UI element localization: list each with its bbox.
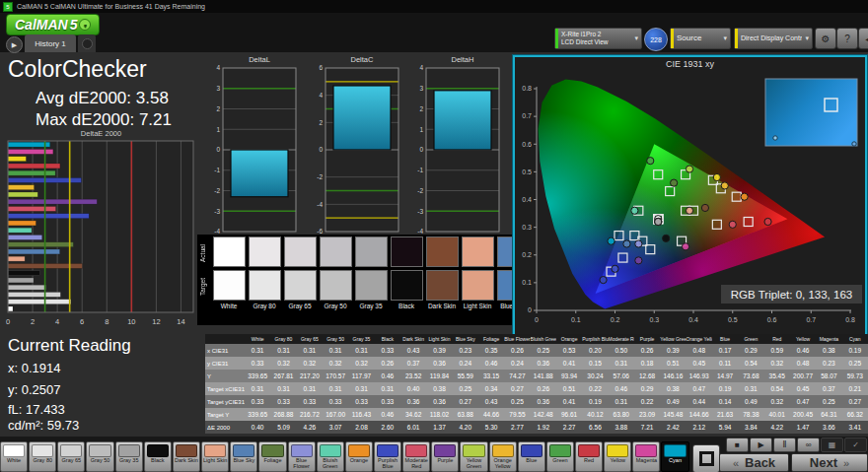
logo-menu-icon[interactable]: ▾ [79,19,91,31]
continuous-icon[interactable]: ∞ [797,438,820,452]
tab-stub-icon [82,38,93,49]
patch-button-gray-35[interactable]: Gray 35 [115,441,143,472]
patch-button-magenta[interactable]: Magenta [632,441,660,472]
display-control-dropdown[interactable]: Direct Display Control ▾ [734,28,813,49]
patch-button-dark-skin[interactable]: Dark Skin [173,441,200,472]
patch-button-bluish-green[interactable]: Bluish Green [317,441,344,472]
table-cell: 2.42 [660,421,686,434]
meter-dropdown[interactable]: X-Rite i1Pro 2LCD Direct View ▾ [554,28,642,49]
table-cell: 55.59 [453,370,478,382]
patch-button-blue-flower[interactable]: Blue Flower [288,441,316,472]
stop-icon[interactable]: ■ [726,438,749,452]
stop-button[interactable] [692,444,720,472]
measured-marker-blue [600,276,607,283]
patch-button-label: Moderate Red [403,457,429,471]
table-cell: 30.24 [582,370,608,382]
table-cell: 5.09 [270,421,296,434]
table-cell: 4.26 [297,421,323,434]
patch-button-black[interactable]: Black [144,441,172,472]
de-bar-gray-65 [8,292,60,297]
delta-c-chart[interactable]: DeltaC6420-2-4-6 [306,54,402,237]
table-cell: 0.51 [556,382,582,395]
play-icon[interactable]: ▶ [750,438,772,452]
measured-marker-foliage [671,179,678,186]
patch-button-moderate-red[interactable]: Moderate Red [402,441,430,472]
chart-icon[interactable]: ▦ [821,438,843,452]
table-cell: 0.46 [478,357,504,370]
patch-color-chip [463,444,484,457]
meter-label: X-Rite i1Pro 2LCD Direct View [558,31,631,46]
patch-button-purplish-blue[interactable]: Purplish Blue [374,441,401,472]
source-dropdown[interactable]: Source ▾ [670,28,731,49]
cie-inset-zoom[interactable] [765,79,857,146]
history-play-button[interactable]: ▶ [6,36,23,53]
svg-text:3: 3 [419,85,423,92]
delta-e-bar-chart[interactable]: 02468101214 [2,137,199,332]
patch-button-purple[interactable]: Purple [431,441,459,472]
table-cell: 0.45 [790,382,816,395]
patch-button-green[interactable]: Green [546,441,574,472]
table-cell: 0.25 [842,357,868,370]
tab-add-stub[interactable] [78,34,96,52]
svg-text:0.5: 0.5 [728,316,738,323]
svg-text:0: 0 [528,306,532,313]
measured-marker-purplish-blue [612,265,618,272]
table-cell: 2.12 [687,421,712,434]
back-button[interactable]: « Back [719,453,789,472]
patch-button-gray-50[interactable]: Gray 50 [86,441,113,472]
tab-history-1[interactable]: History 1 [25,34,76,52]
swatch-column-label: Gray 65 [282,303,318,309]
patch-button-cyan[interactable]: Cyan [661,441,688,472]
svg-text:-2: -2 [214,187,220,194]
chevron-down-icon[interactable]: ▾ [631,34,641,42]
gear-icon[interactable]: ⚙ [815,28,836,49]
patch-button-gray-80[interactable]: Gray 80 [29,441,56,472]
cie-1931-panel[interactable]: 00.10.20.30.40.50.60.70.800.10.20.30.40.… [513,55,867,340]
delta-l-chart[interactable]: DeltaL43210-1-2-3-4 [203,54,300,237]
chevron-down-icon[interactable]: ▾ [802,34,812,42]
patch-button-orange[interactable]: Orange [345,441,373,472]
chevron-down-icon[interactable]: ▾ [720,34,730,42]
patch-button-blue[interactable]: Blue [518,441,545,472]
de-bar-gray-50 [8,285,45,290]
patch-color-chip [89,444,110,457]
table-column-header: Gray 80 [270,334,296,344]
patch-button-white[interactable]: White [0,441,28,472]
patch-button-gray-65[interactable]: Gray 65 [57,441,85,472]
patch-button-label: Cyan [662,457,687,471]
table-cell: 0.37 [816,382,841,395]
table-row-label: Target xCIE31 [205,382,245,395]
table-cell: 0.46 [790,344,816,357]
de-bar-orange-yellow [8,185,35,190]
patch-button-yellow[interactable]: Yellow [604,441,631,472]
patch-button-red[interactable]: Red [575,441,603,472]
table-cell: 63.88 [453,408,478,421]
patch-button-blue-sky[interactable]: Blue Sky [230,441,257,472]
patch-button-label: Purple [432,457,458,471]
next-button[interactable]: Next » [791,453,868,472]
patch-button-yellow-green[interactable]: Yellow Green [460,441,487,472]
table-cell: 0.32 [297,357,323,370]
meter-count-badge[interactable]: 228 [644,28,668,51]
help-icon[interactable]: ? [836,28,858,49]
table-cell: 0.40 [400,382,426,395]
delta-h-chart[interactable]: DeltaH43210-1-2-3-4 [406,54,503,237]
calman-logo[interactable]: CalMAN5 ▾ [6,14,100,35]
actual-swatch-black [391,236,423,267]
table-cell: 40.01 [764,408,790,421]
table-cell: 0.26 [634,344,660,357]
table-cell: 3.07 [323,421,348,434]
patch-button-orange-yellow[interactable]: Orange Yellow [489,441,517,472]
patch-button-light-skin[interactable]: Light Skin [201,441,229,472]
measured-marker-purple [635,257,642,264]
measured-marker-moderate-red [729,221,736,228]
check-icon[interactable]: ✓ [844,438,867,452]
display-control-label: Direct Display Control [738,34,802,43]
table-cell: 0.27 [504,382,530,395]
patch-color-chip [147,444,169,457]
collapse-icon[interactable]: ◀ [858,28,868,49]
svg-text:0.4: 0.4 [522,196,532,203]
table-cell: 0.25 [453,382,478,395]
patch-button-foliage[interactable]: Foliage [258,441,286,472]
pause-icon[interactable]: Ⅱ [773,438,796,452]
